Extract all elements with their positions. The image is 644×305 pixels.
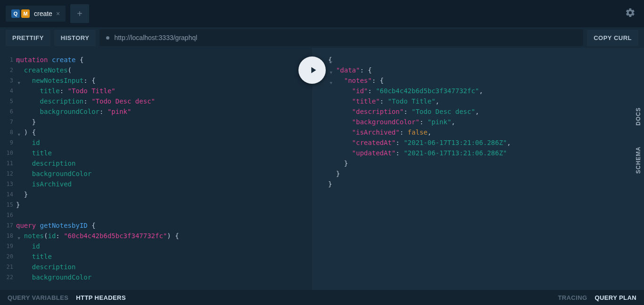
line-gutter: 5 bbox=[4, 96, 16, 106]
fold-icon[interactable]: ▼ bbox=[18, 223, 20, 233]
new-tab-button[interactable]: + bbox=[70, 4, 89, 23]
line-gutter: 9 bbox=[4, 137, 16, 148]
code-line: 10 title bbox=[4, 148, 307, 158]
code-content: backgroundColor bbox=[16, 169, 91, 179]
line-gutter: 15 bbox=[4, 200, 16, 210]
endpoint-url: http://localhost:3333/graphql bbox=[114, 34, 197, 41]
line-gutter: 6 bbox=[4, 106, 16, 117]
code-line: 13 isArchived bbox=[4, 179, 307, 189]
fold-icon[interactable]: ▼ bbox=[330, 57, 332, 67]
side-tabs: DOCS SCHEMA bbox=[633, 100, 644, 181]
code-line: 17▼query getNotesbyID { bbox=[4, 220, 307, 231]
line-gutter: 12 bbox=[4, 169, 16, 179]
http-headers-tab[interactable]: HTTP HEADERS bbox=[76, 294, 126, 301]
code-line: ▼{ bbox=[316, 55, 639, 65]
code-content: "description": "Todo Desc desc", bbox=[328, 106, 479, 117]
code-content: } bbox=[16, 189, 28, 200]
line-gutter: 21 bbox=[4, 262, 16, 272]
line-gutter: 18▼ bbox=[4, 231, 16, 241]
code-content: title: "Todo Title" bbox=[16, 86, 116, 96]
query-editor[interactable]: 1▼mutation create {2 createNotes(3▼ newN… bbox=[0, 48, 312, 290]
code-line: "updatedAt": "2021-06-17T13:21:06.286Z" bbox=[316, 148, 639, 158]
code-line: 3▼ newNotesInput: { bbox=[4, 75, 307, 86]
code-line: 11 description bbox=[4, 158, 307, 169]
line-gutter: 22 bbox=[4, 272, 16, 282]
close-icon[interactable]: × bbox=[56, 10, 60, 17]
endpoint-input[interactable]: http://localhost:3333/graphql bbox=[99, 29, 583, 46]
top-bar: Q M create × + bbox=[0, 0, 644, 27]
tab-title: create bbox=[34, 10, 52, 17]
line-gutter: 19 bbox=[4, 241, 16, 251]
code-line: 4 title: "Todo Title" bbox=[4, 86, 307, 96]
code-line: 8▼ ) { bbox=[4, 127, 307, 137]
code-content: title bbox=[16, 251, 52, 262]
code-content: } bbox=[328, 158, 348, 169]
fold-icon[interactable]: ▼ bbox=[18, 129, 20, 140]
code-content: isArchived bbox=[16, 179, 72, 189]
code-line: 7 } bbox=[4, 117, 307, 127]
line-gutter: 13 bbox=[4, 179, 16, 189]
copy-curl-button[interactable]: COPY CURL bbox=[587, 30, 638, 46]
tab-create[interactable]: Q M create × bbox=[6, 6, 66, 22]
gear-icon bbox=[625, 8, 636, 18]
line-gutter: 11 bbox=[4, 158, 16, 169]
code-content: } bbox=[16, 117, 36, 127]
code-line: 16 bbox=[4, 210, 307, 220]
fold-icon[interactable]: ▼ bbox=[330, 78, 332, 88]
prettify-button[interactable]: PRETTIFY bbox=[6, 30, 50, 46]
code-content: "backgroundColor": "pink", bbox=[328, 117, 455, 127]
execute-button[interactable] bbox=[298, 56, 326, 84]
code-line: 2 createNotes( bbox=[4, 65, 307, 75]
code-content: description: "Todo Desc desc" bbox=[16, 96, 155, 106]
workspace: 1▼mutation create {2 createNotes(3▼ newN… bbox=[0, 48, 644, 290]
plus-icon: + bbox=[77, 8, 83, 19]
code-line: "isArchived": false, bbox=[316, 127, 639, 137]
code-line: 15} bbox=[4, 200, 307, 210]
history-button[interactable]: HISTORY bbox=[54, 30, 96, 46]
code-content: "id": "60cb4c42b6d5bc3f347732fc", bbox=[328, 86, 483, 96]
docs-tab[interactable]: DOCS bbox=[633, 100, 644, 133]
code-line: 9 id bbox=[4, 137, 307, 148]
code-line: } bbox=[316, 158, 639, 169]
fold-icon[interactable]: ▼ bbox=[330, 67, 332, 78]
code-line: 5 description: "Todo Desc desc" bbox=[4, 96, 307, 106]
code-line: 22 backgroundColor bbox=[4, 272, 307, 282]
code-content: "createdAt": "2021-06-17T13:21:06.286Z", bbox=[328, 137, 511, 148]
code-line: 19 id bbox=[4, 241, 307, 251]
line-gutter: 2 bbox=[4, 65, 16, 75]
code-line: "createdAt": "2021-06-17T13:21:06.286Z", bbox=[316, 137, 639, 148]
mutation-badge: M bbox=[21, 9, 30, 18]
fold-icon[interactable]: ▼ bbox=[18, 57, 20, 67]
code-line: 14 } bbox=[4, 189, 307, 200]
code-content: description bbox=[16, 262, 75, 272]
code-content: query getNotesbyID { bbox=[16, 220, 96, 231]
line-gutter: 20 bbox=[4, 251, 16, 262]
bottom-bar: QUERY VARIABLES HTTP HEADERS TRACING QUE… bbox=[0, 290, 644, 305]
query-badge: Q bbox=[11, 9, 20, 18]
schema-tab[interactable]: SCHEMA bbox=[633, 139, 644, 181]
code-line: "backgroundColor": "pink", bbox=[316, 117, 639, 127]
code-content: newNotesInput: { bbox=[16, 75, 96, 86]
query-plan-tab[interactable]: QUERY PLAN bbox=[594, 294, 636, 301]
line-gutter: 14 bbox=[4, 189, 16, 200]
code-content: "notes": { bbox=[328, 75, 384, 86]
response-pane: ▼{▼ "data": {▼ "notes": { "id": "60cb4c4… bbox=[312, 48, 644, 290]
code-line: 20 title bbox=[4, 251, 307, 262]
query-variables-tab[interactable]: QUERY VARIABLES bbox=[8, 294, 68, 301]
status-dot-icon bbox=[106, 36, 109, 40]
code-content: "data": { bbox=[328, 65, 372, 75]
play-icon bbox=[308, 65, 318, 75]
code-content: "isArchived": false, bbox=[328, 127, 431, 137]
code-line: 21 description bbox=[4, 262, 307, 272]
code-line: ▼ "notes": { bbox=[316, 75, 639, 86]
line-gutter: 4 bbox=[4, 86, 16, 96]
fold-icon[interactable]: ▼ bbox=[18, 233, 20, 243]
line-gutter: 3▼ bbox=[4, 75, 16, 86]
fold-icon[interactable]: ▼ bbox=[18, 78, 20, 88]
code-content: "title": "Todo Title", bbox=[328, 96, 439, 106]
code-content: description bbox=[16, 158, 75, 169]
tracing-tab[interactable]: TRACING bbox=[558, 294, 587, 301]
code-content: notes(id: "60cb4c42b6d5bc3f347732fc") { bbox=[16, 231, 179, 241]
settings-button[interactable] bbox=[625, 8, 636, 20]
code-content: } bbox=[16, 200, 20, 210]
